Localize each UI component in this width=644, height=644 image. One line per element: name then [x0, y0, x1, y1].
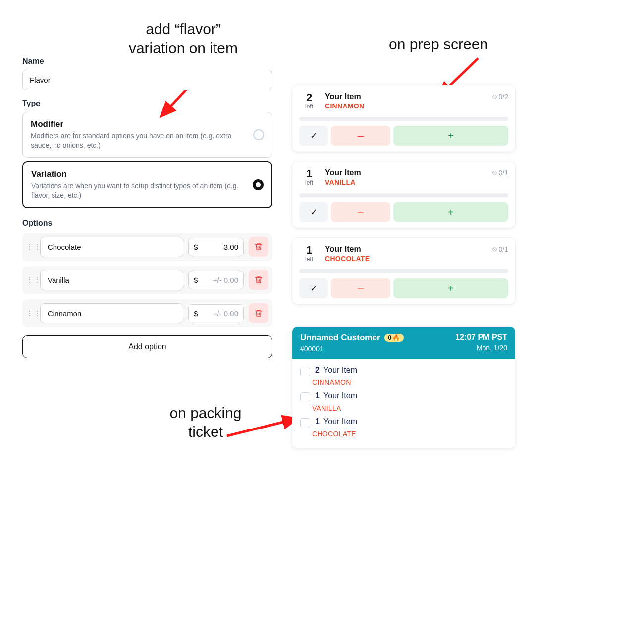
currency-label: $	[194, 309, 198, 318]
prep-item-name: Your Item	[325, 92, 486, 101]
ticket-checkbox[interactable]	[300, 367, 310, 376]
option-row: ⋮⋮ $	[22, 233, 272, 261]
option-name-input[interactable]	[40, 270, 183, 290]
ticket-variation: VANILLA	[312, 404, 507, 412]
prep-check-button[interactable]: ✓	[299, 202, 328, 222]
option-row: ⋮⋮ $	[22, 266, 272, 294]
trash-icon	[254, 275, 263, 284]
fire-icon: 🔥	[392, 334, 400, 341]
prep-left-label: left	[299, 256, 319, 263]
ticket-item-qty: 2	[315, 366, 320, 374]
option-name-input[interactable]	[40, 237, 183, 257]
delete-option-button[interactable]	[249, 270, 268, 290]
prep-card: 2 left Your Item CINNAMON ⦸ 0/2 ✓ – +	[292, 85, 515, 152]
delete-option-button[interactable]	[249, 303, 268, 323]
drag-handle-icon[interactable]: ⋮⋮	[26, 309, 35, 317]
price-input[interactable]	[201, 309, 238, 318]
prep-minus-button[interactable]: –	[331, 126, 390, 146]
prep-plus-button[interactable]: +	[393, 126, 508, 146]
drag-handle-icon[interactable]: ⋮⋮	[26, 243, 35, 251]
ticket-order-number: #00001	[300, 345, 404, 353]
variation-desc: Variations are when you want to setup di…	[31, 181, 246, 200]
price-box[interactable]: $	[188, 271, 244, 289]
prep-status: ⦸ 0/1	[492, 245, 508, 253]
price-input[interactable]	[201, 243, 238, 251]
prep-progress-bar	[299, 269, 508, 273]
type-option-modifier[interactable]: Modifier Modifiers are for standard opti…	[22, 112, 272, 158]
prep-plus-button[interactable]: +	[393, 278, 508, 298]
options-label: Options	[22, 219, 272, 228]
delete-option-button[interactable]	[249, 237, 268, 257]
prep-card: 1 left Your Item CHOCOLATE ⦸ 0/1 ✓ – +	[292, 238, 515, 304]
prep-card: 1 left Your Item VANILLA ⦸ 0/1 ✓ – +	[292, 161, 515, 228]
prep-qty: 1	[299, 168, 319, 179]
option-name-input[interactable]	[40, 303, 183, 323]
prep-variation: CINNAMON	[325, 102, 486, 110]
currency-label: $	[194, 243, 198, 251]
prep-status-text: 0/2	[499, 93, 508, 101]
trash-icon	[254, 242, 263, 251]
annotation-packing-ticket: on packing ticket	[149, 404, 263, 441]
annotation-add-flavor: add “flavor” variation on item	[92, 20, 275, 57]
ticket-variation: CINNAMON	[312, 378, 507, 386]
prep-status: ⦸ 0/2	[492, 92, 508, 101]
drag-handle-icon[interactable]: ⋮⋮	[26, 276, 35, 284]
type-option-variation[interactable]: Variation Variations are when you want t…	[22, 161, 272, 208]
prep-left-label: left	[299, 103, 319, 110]
prep-variation: VANILLA	[325, 178, 486, 186]
status-circle-icon: ⦸	[492, 168, 497, 177]
ticket-time: 12:07 PM PST	[455, 333, 507, 342]
prep-minus-button[interactable]: –	[331, 278, 390, 298]
ticket-checkbox[interactable]	[300, 418, 310, 428]
prep-check-button[interactable]: ✓	[299, 278, 328, 298]
prep-check-button[interactable]: ✓	[299, 126, 328, 146]
prep-progress-bar	[299, 117, 508, 121]
ticket-customer-name: Unnamed Customer	[300, 333, 380, 343]
ticket-priority-badge: 0 🔥	[384, 334, 404, 342]
prep-qty: 1	[299, 245, 319, 256]
trash-icon	[254, 309, 263, 318]
ticket-item-qty: 1	[315, 417, 320, 426]
prep-item-name: Your Item	[325, 168, 486, 177]
type-label: Type	[22, 99, 272, 108]
currency-label: $	[194, 276, 198, 284]
radio-unselected-icon	[253, 129, 264, 140]
ticket-item: 1 Your Item	[315, 391, 357, 400]
ticket-body: 2 Your Item CINNAMON 1 Your Item VANILLA…	[292, 359, 515, 448]
prep-progress-bar	[299, 193, 508, 197]
annotation-prep-screen: on prep screen	[389, 35, 488, 54]
price-input[interactable]	[201, 276, 238, 284]
price-box[interactable]: $	[188, 238, 244, 256]
ticket-item-name: Your Item	[323, 366, 357, 374]
variation-form: Name Type Modifier Modifiers are for sta…	[22, 57, 272, 358]
ticket-date: Mon. 1/20	[455, 344, 507, 352]
prep-status-text: 0/1	[499, 245, 508, 253]
ticket-header: Unnamed Customer 0 🔥 #00001 12:07 PM PST…	[292, 327, 515, 359]
badge-count: 0	[388, 334, 392, 341]
ticket-checkbox[interactable]	[300, 392, 310, 402]
prep-screen-panel: 2 left Your Item CINNAMON ⦸ 0/2 ✓ – + 1 …	[292, 85, 515, 314]
prep-plus-button[interactable]: +	[393, 202, 508, 222]
ticket-item-name: Your Item	[323, 391, 357, 400]
prep-status-text: 0/1	[499, 169, 508, 177]
ticket-item-name: Your Item	[323, 417, 357, 426]
ticket-item: 2 Your Item	[315, 366, 357, 375]
ticket-item: 1 Your Item	[315, 417, 357, 426]
status-circle-icon: ⦸	[492, 245, 497, 253]
prep-minus-button[interactable]: –	[331, 202, 390, 222]
status-circle-icon: ⦸	[492, 92, 497, 101]
name-input[interactable]	[22, 70, 272, 90]
price-box[interactable]: $	[188, 304, 244, 322]
modifier-desc: Modifiers are for standard options you h…	[31, 131, 246, 150]
radio-selected-icon	[253, 179, 264, 190]
ticket-variation: CHOCOLATE	[312, 430, 507, 438]
name-label: Name	[22, 57, 272, 66]
add-option-button[interactable]: Add option	[22, 335, 272, 358]
ticket-item-qty: 1	[315, 391, 320, 400]
prep-qty: 2	[299, 92, 319, 103]
prep-status: ⦸ 0/1	[492, 168, 508, 177]
prep-variation: CHOCOLATE	[325, 255, 486, 263]
prep-left-label: left	[299, 179, 319, 186]
option-row: ⋮⋮ $	[22, 299, 272, 327]
packing-ticket: Unnamed Customer 0 🔥 #00001 12:07 PM PST…	[292, 327, 515, 448]
